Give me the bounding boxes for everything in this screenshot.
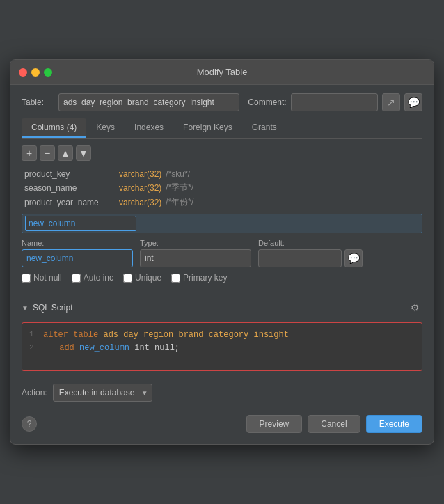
titlebar: Modify Table — [10, 60, 434, 85]
sql-keyword: table — [73, 330, 103, 340]
column-form: Name: Type: Default: 💬 — [22, 239, 422, 267]
column-toolbar: + − ▲ ▼ — [22, 144, 422, 162]
default-field[interactable] — [258, 249, 342, 267]
sql-section: ▼ SQL Script ⚙ 1 alter table ads_day_reg… — [22, 296, 422, 371]
remove-column-button[interactable]: − — [40, 145, 55, 161]
col-comment: /*年份*/ — [166, 196, 193, 208]
move-up-button[interactable]: ▲ — [58, 145, 73, 161]
sql-type: int null; — [134, 343, 180, 353]
name-field[interactable] — [22, 249, 133, 267]
sql-col-name: new_column — [79, 343, 134, 353]
move-down-button[interactable]: ▼ — [76, 145, 91, 161]
unique-label: Unique — [135, 273, 161, 283]
table-label: Table: — [22, 97, 53, 107]
auto-inc-label: Auto inc — [84, 273, 113, 283]
col-type: varchar(32) — [119, 183, 161, 193]
maximize-button[interactable] — [44, 68, 52, 77]
not-null-checkbox[interactable] — [22, 274, 31, 283]
tabs: Columns (4) Keys Indexes Foreign Keys Gr… — [22, 118, 422, 139]
primary-key-checkbox[interactable] — [171, 274, 180, 283]
default-label: Default: — [258, 239, 363, 247]
col-name: product_year_name — [24, 198, 115, 207]
type-field[interactable] — [140, 249, 251, 267]
preview-button[interactable]: Preview — [246, 415, 303, 433]
action-buttons: Preview Cancel Execute — [246, 415, 422, 433]
sql-section-title: SQL Script — [33, 303, 403, 313]
tab-keys[interactable]: Keys — [86, 118, 125, 138]
col-name: season_name — [24, 183, 115, 193]
new-column-name-input[interactable] — [25, 216, 136, 231]
auto-inc-checkbox[interactable] — [72, 274, 81, 283]
table-input[interactable] — [58, 93, 239, 111]
unique-checkbox[interactable] — [123, 274, 132, 283]
close-button[interactable] — [19, 68, 27, 77]
action-bar: Action: Execute in database Open in SQL … — [22, 377, 422, 406]
bottom-bar: ? Preview Cancel Execute — [22, 409, 422, 436]
add-column-button[interactable]: + — [22, 145, 37, 161]
table-row[interactable]: season_name varchar(32) /*季节*/ — [22, 180, 422, 195]
col-comment: /*sku*/ — [166, 169, 190, 179]
execute-button[interactable]: Execute — [366, 415, 422, 433]
columns-list: product_key varchar(32) /*sku*/ season_n… — [22, 168, 422, 210]
line-number: 2 — [29, 342, 43, 354]
minimize-button[interactable] — [31, 68, 40, 77]
sql-toggle-button[interactable]: ▼ — [22, 304, 29, 312]
comment-label: Comment: — [248, 97, 286, 107]
col-comment: /*季节*/ — [166, 182, 193, 194]
type-label: Type: — [140, 239, 251, 247]
new-column-row — [22, 214, 422, 233]
help-button[interactable]: ? — [22, 416, 37, 432]
tab-columns[interactable]: Columns (4) — [22, 118, 86, 138]
line-number: 1 — [29, 329, 43, 341]
comment-expand-button[interactable]: ↗ — [382, 93, 400, 111]
tab-grants[interactable]: Grants — [242, 118, 287, 138]
col-name: product_key — [24, 169, 115, 179]
table-row[interactable]: product_year_name varchar(32) /*年份*/ — [22, 195, 422, 210]
comment-input[interactable] — [291, 93, 378, 111]
col-type: varchar(32) — [119, 198, 161, 207]
default-chat-button[interactable]: 💬 — [344, 249, 363, 267]
not-null-label: Not null — [33, 273, 62, 283]
comment-chat-button[interactable]: 💬 — [404, 93, 422, 111]
window-controls — [19, 68, 52, 77]
tab-foreign-keys[interactable]: Foreign Keys — [173, 118, 242, 138]
sql-table-name: ads_day_region_brand_category_insight — [103, 330, 288, 340]
action-label: Action: — [22, 388, 47, 397]
table-row[interactable]: product_key varchar(32) /*sku*/ — [22, 168, 422, 180]
tab-indexes[interactable]: Indexes — [125, 118, 173, 138]
cancel-button[interactable]: Cancel — [308, 415, 360, 433]
sql-settings-button[interactable]: ⚙ — [407, 300, 422, 315]
sql-keyword: alter — [43, 330, 73, 340]
sql-editor[interactable]: 1 alter table ads_day_region_brand_categ… — [22, 322, 422, 371]
col-type: varchar(32) — [119, 169, 161, 179]
name-label: Name: — [22, 239, 133, 247]
action-select[interactable]: Execute in database Open in SQL editor — [53, 384, 152, 402]
window-title: Modify Table — [197, 67, 248, 77]
sql-keyword: add — [59, 343, 79, 353]
column-options: Not null Auto inc Unique Primary key — [22, 273, 422, 283]
primary-key-label: Primary key — [183, 273, 227, 283]
